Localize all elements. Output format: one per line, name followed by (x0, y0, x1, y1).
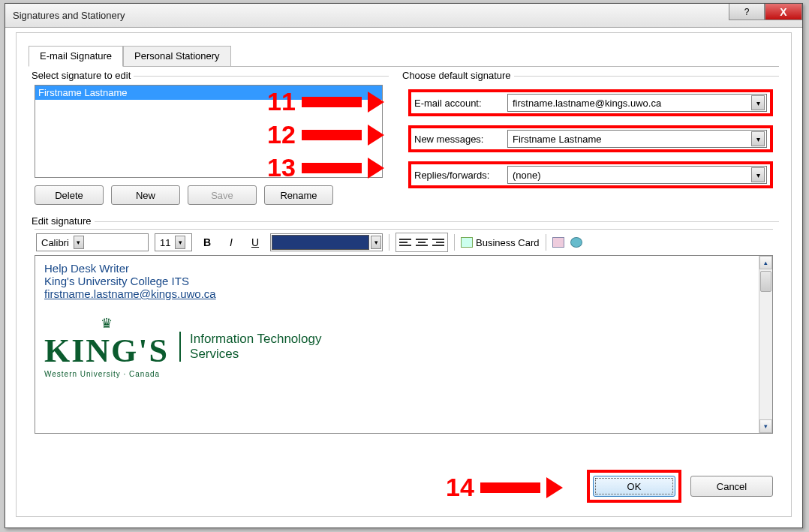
new-messages-label: New messages: (414, 134, 503, 145)
bold-button[interactable]: B (198, 234, 216, 251)
select-signature-label: Select signature to edit (29, 70, 134, 81)
editor-line-1: Help Desk Writer (44, 262, 763, 275)
dialog-body: E-mail Signature Personal Stationery Sel… (16, 32, 792, 517)
titlebar: Signatures and Stationery ? X (5, 4, 802, 28)
dropdown-arrow-icon (751, 95, 765, 110)
cancel-button[interactable]: Cancel (690, 476, 773, 497)
tab-personal-stationery[interactable]: Personal Stationery (123, 46, 230, 67)
dialog-window: Signatures and Stationery ? X E-mail Sig… (5, 3, 803, 528)
email-account-label: E-mail account: (414, 98, 503, 109)
tabstrip: E-mail Signature Personal Stationery (29, 45, 779, 66)
annotation-box-12: New messages: Firstname Lastname (408, 125, 773, 152)
logo-block: ♛ KING'S Western University · Canada Inf… (44, 315, 763, 378)
its-text: Information Technology Services (179, 332, 321, 362)
scroll-thumb[interactable] (760, 271, 771, 292)
logo-text: KING'S (44, 332, 169, 370)
scroll-up-icon[interactable]: ▴ (759, 256, 772, 269)
rename-button[interactable]: Rename (264, 185, 333, 205)
select-signature-group: Select signature to edit Firstname Lastn… (29, 76, 389, 211)
help-button[interactable]: ? (729, 4, 765, 20)
choose-default-group: Choose default signature E-mail account:… (399, 76, 779, 211)
dropdown-arrow-icon (751, 131, 765, 146)
align-left-button[interactable] (397, 234, 414, 251)
annotation-box-14: OK (587, 470, 681, 503)
italic-button[interactable]: I (222, 234, 240, 251)
insert-picture-icon[interactable] (552, 237, 564, 248)
business-card-button[interactable]: Business Card (461, 237, 540, 248)
dropdown-arrow-icon (371, 236, 381, 249)
edit-toolbar: Calibri 11 B I U (35, 229, 773, 255)
align-right-button[interactable] (430, 234, 447, 251)
email-account-combo[interactable]: firstname.lastname@kings.uwo.ca (507, 94, 767, 112)
color-swatch (272, 235, 369, 250)
choose-default-label: Choose default signature (399, 70, 514, 81)
tab-email-signature[interactable]: E-mail Signature (29, 46, 123, 67)
new-messages-combo[interactable]: Firstname Lastname (507, 130, 767, 148)
edit-signature-group: Edit signature Calibri 11 B I U (29, 221, 779, 440)
editor-line-2: King's University College ITS (44, 275, 763, 287)
font-combo[interactable]: Calibri (36, 233, 149, 251)
align-center-button[interactable] (414, 234, 430, 251)
replies-forwards-combo[interactable]: (none) (507, 166, 767, 184)
business-card-icon (461, 237, 473, 248)
insert-hyperlink-icon[interactable] (570, 237, 582, 248)
signature-editor[interactable]: Help Desk Writer King's University Colle… (35, 255, 773, 434)
save-button: Save (188, 185, 257, 205)
annotation-box-11: E-mail account: firstname.lastname@kings… (408, 89, 773, 116)
font-color-combo[interactable] (270, 233, 383, 251)
replies-forwards-label: Replies/forwards: (414, 170, 503, 181)
edit-signature-label: Edit signature (29, 215, 95, 227)
delete-button[interactable]: Delete (35, 185, 104, 205)
new-button[interactable]: New (111, 185, 180, 205)
dropdown-arrow-icon (175, 236, 185, 249)
ok-button[interactable]: OK (593, 476, 675, 497)
underline-button[interactable]: U (246, 234, 264, 251)
signature-list-item[interactable]: Firstname Lastname (35, 86, 382, 100)
dialog-buttons: OK Cancel (587, 470, 773, 503)
crown-icon: ♛ (44, 315, 169, 332)
annotation-box-13: Replies/forwards: (none) (408, 161, 773, 188)
dropdown-arrow-icon (751, 167, 765, 182)
signature-list[interactable]: Firstname Lastname (35, 85, 383, 178)
editor-scrollbar[interactable]: ▴ ▾ (759, 256, 772, 433)
dropdown-arrow-icon (74, 236, 84, 249)
editor-email-link[interactable]: firstname.lastname@kings.uwo.ca (44, 287, 763, 300)
scroll-down-icon[interactable]: ▾ (759, 419, 772, 433)
font-size-combo[interactable]: 11 (155, 233, 192, 251)
window-title: Signatures and Stationery (13, 10, 125, 21)
logo-subtext: Western University · Canada (44, 370, 169, 378)
tab-content: Select signature to edit Firstname Lastn… (29, 66, 779, 440)
close-button[interactable]: X (765, 4, 802, 20)
